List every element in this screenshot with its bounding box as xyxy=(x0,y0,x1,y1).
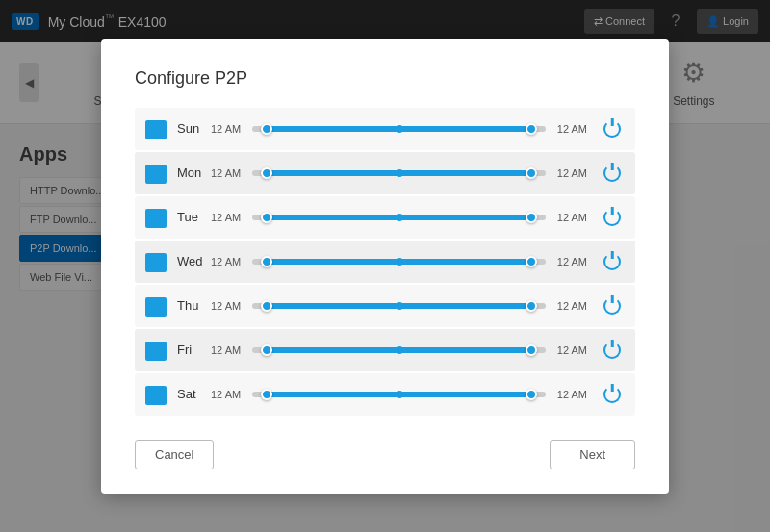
svg-rect-111 xyxy=(151,401,154,403)
svg-rect-55 xyxy=(163,253,165,257)
schedule-row-sat: Sat 12 AM 12 AM xyxy=(135,373,635,416)
wed-label: Wed xyxy=(177,254,211,268)
sun-calendar-icon xyxy=(144,117,167,140)
svg-rect-21 xyxy=(151,136,154,138)
svg-rect-13 xyxy=(155,128,158,130)
svg-rect-11 xyxy=(147,128,150,130)
fri-label: Fri xyxy=(177,342,211,357)
wed-calendar-icon xyxy=(144,250,167,273)
tue-power-icon xyxy=(603,209,621,226)
sun-slider[interactable] xyxy=(252,126,546,132)
svg-rect-70 xyxy=(163,297,165,301)
sat-power-icon xyxy=(603,386,621,403)
svg-rect-44 xyxy=(159,216,162,218)
svg-rect-42 xyxy=(151,216,154,218)
schedule-list: Sun 12 AM 12 AM xyxy=(135,108,635,416)
svg-rect-106 xyxy=(147,397,150,399)
sat-power-button[interactable] xyxy=(599,381,626,408)
mon-time-start: 12 AM xyxy=(211,167,241,179)
svg-rect-59 xyxy=(159,261,162,263)
svg-rect-30 xyxy=(163,172,165,174)
svg-rect-68 xyxy=(145,301,167,303)
svg-rect-90 xyxy=(163,349,165,351)
svg-rect-69 xyxy=(147,297,149,301)
svg-rect-98 xyxy=(145,390,167,392)
sat-calendar-icon xyxy=(144,383,167,406)
modal-title: Configure P2P xyxy=(135,68,635,89)
svg-rect-71 xyxy=(147,305,150,307)
modal-footer: Cancel Next xyxy=(135,440,635,469)
mon-time-end: 12 AM xyxy=(557,167,587,179)
svg-rect-100 xyxy=(163,386,165,390)
svg-rect-39 xyxy=(147,209,149,213)
schedule-row-fri: Fri 12 AM 12 AM xyxy=(135,329,635,371)
svg-rect-63 xyxy=(155,265,158,266)
svg-rect-40 xyxy=(163,209,165,213)
fri-slider[interactable] xyxy=(252,347,546,353)
svg-rect-41 xyxy=(147,216,150,218)
tue-power-button[interactable] xyxy=(599,204,626,231)
svg-rect-108 xyxy=(155,397,158,399)
svg-rect-9 xyxy=(147,120,149,124)
svg-rect-61 xyxy=(147,265,150,266)
svg-rect-74 xyxy=(159,305,162,307)
tue-slider[interactable] xyxy=(252,215,546,220)
svg-rect-84 xyxy=(147,342,149,345)
svg-rect-109 xyxy=(159,397,162,399)
next-button[interactable]: Next xyxy=(550,440,635,469)
svg-rect-29 xyxy=(159,172,162,174)
svg-rect-80 xyxy=(147,313,150,315)
sun-power-button[interactable] xyxy=(599,115,626,142)
svg-rect-79 xyxy=(159,309,162,311)
svg-rect-50 xyxy=(147,224,150,226)
thu-slider[interactable] xyxy=(252,303,546,309)
tue-calendar-icon xyxy=(144,206,167,229)
fri-time-end: 12 AM xyxy=(557,344,587,356)
thu-label: Thu xyxy=(177,298,211,313)
mon-power-button[interactable] xyxy=(599,160,626,187)
wed-time-end: 12 AM xyxy=(557,256,587,267)
sun-label: Sun xyxy=(177,121,211,136)
svg-rect-65 xyxy=(147,268,150,270)
tue-time-end: 12 AM xyxy=(557,212,587,223)
thu-calendar-icon xyxy=(144,294,167,317)
wed-power-button[interactable] xyxy=(599,248,626,275)
svg-rect-105 xyxy=(163,393,165,395)
mon-calendar-icon xyxy=(144,162,167,185)
sat-slider[interactable] xyxy=(252,392,546,397)
svg-rect-93 xyxy=(155,353,158,355)
thu-power-icon xyxy=(603,297,621,315)
svg-rect-23 xyxy=(145,168,167,170)
svg-rect-19 xyxy=(159,132,162,134)
svg-rect-66 xyxy=(151,268,154,270)
svg-rect-81 xyxy=(151,313,154,315)
svg-rect-43 xyxy=(155,216,158,218)
fri-time-start: 12 AM xyxy=(211,344,241,356)
svg-rect-95 xyxy=(147,357,150,359)
svg-rect-38 xyxy=(145,213,167,215)
schedule-row-wed: Wed 12 AM 12 AM xyxy=(135,241,635,283)
svg-rect-48 xyxy=(155,220,158,222)
svg-rect-25 xyxy=(163,165,165,168)
fri-power-button[interactable] xyxy=(599,337,626,364)
svg-rect-104 xyxy=(159,393,162,395)
svg-rect-28 xyxy=(155,172,158,174)
svg-rect-36 xyxy=(151,180,154,182)
cancel-button[interactable]: Cancel xyxy=(135,440,214,469)
svg-rect-15 xyxy=(163,128,165,130)
svg-rect-47 xyxy=(151,220,154,222)
sun-time-end: 12 AM xyxy=(557,123,587,135)
svg-rect-92 xyxy=(151,353,154,355)
svg-rect-17 xyxy=(151,132,154,134)
configure-p2p-modal: Configure P2P xyxy=(101,39,669,494)
svg-rect-32 xyxy=(151,176,154,178)
svg-rect-77 xyxy=(151,309,154,311)
sun-power-icon xyxy=(603,120,621,138)
svg-rect-45 xyxy=(163,216,165,218)
thu-power-button[interactable] xyxy=(599,292,626,319)
svg-rect-86 xyxy=(147,349,150,351)
wed-slider[interactable] xyxy=(252,259,546,265)
svg-rect-96 xyxy=(151,357,154,359)
mon-slider[interactable] xyxy=(252,170,546,176)
svg-rect-73 xyxy=(155,305,158,307)
